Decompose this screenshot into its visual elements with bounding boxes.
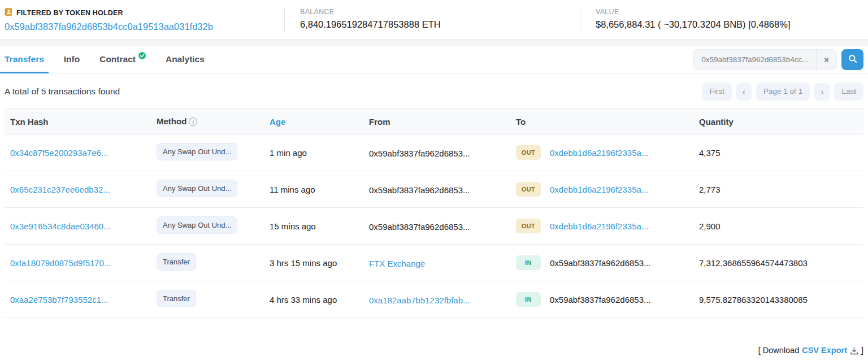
age-value: 3 hrs 15 mins ago — [270, 258, 337, 268]
list-header: A total of 5 transactions found First ‹ … — [0, 73, 868, 108]
contract-verified-icon — [138, 52, 146, 59]
to-address-link[interactable]: 0xdebb1d6a2196f2335a... — [550, 148, 648, 158]
csv-export-footer: [ Download CSV Export ] — [5, 346, 863, 355]
pagination-page-indicator: Page 1 of 1 — [756, 82, 810, 101]
quantity-value: 2,773 — [699, 185, 721, 194]
balance-value: 6,840.196519284717853888 ETH — [300, 19, 581, 30]
tab-info[interactable]: Info — [59, 46, 84, 73]
csv-export-link[interactable]: CSV Export — [802, 346, 847, 355]
tab-analytics[interactable]: Analytics — [161, 46, 209, 73]
tab-transfers-label: Transfers — [5, 54, 44, 64]
method-badge: Any Swap Out Und... — [157, 143, 237, 160]
txn-hash-link[interactable]: 0xaa2e753b7f793552c1... — [10, 295, 108, 305]
tab-analytics-label: Analytics — [166, 54, 205, 64]
pagination-last-button[interactable]: Last — [834, 82, 863, 101]
download-prefix: [ Download — [758, 346, 800, 355]
direction-badge: IN — [516, 292, 541, 307]
value-panel: VALUE $8,656,884.31 ( ~30,170.3204 BNB) … — [581, 7, 868, 32]
method-badge: Any Swap Out Und... — [157, 180, 237, 197]
col-header-txn-hash: Txn Hash — [5, 109, 151, 134]
table-row: 0xfa18079d0875d9f5170... Transfer 3 hrs … — [5, 245, 863, 281]
tab-info-label: Info — [64, 54, 80, 64]
table-header-row: Txn Hash Methodi Age From To Quantity — [5, 109, 863, 134]
table-row: 0xaa2e753b7f793552c1... Transfer 4 hrs 3… — [5, 281, 863, 318]
col-header-from: From — [363, 109, 510, 134]
quantity-value: 2,900 — [699, 221, 721, 231]
pagination-next-button[interactable]: › — [814, 83, 830, 101]
txn-hash-link[interactable]: 0xfa18079d0875d9f5170... — [10, 258, 111, 268]
pagination-first-button[interactable]: First — [702, 82, 732, 101]
balance-label: BALANCE — [300, 8, 581, 16]
txn-hash-link[interactable]: 0x34c87f5e200293a7e6... — [10, 148, 108, 158]
table-row: 0x34c87f5e200293a7e6... Any Swap Out Und… — [5, 134, 863, 171]
filter-panel: FILTERED BY TOKEN HOLDER 0x59abf3837fa96… — [0, 7, 284, 32]
from-address-link[interactable]: FTX Exchange — [369, 258, 425, 268]
search-icon — [848, 54, 857, 65]
table-row: 0x65c231c237ee6edb32... Any Swap Out Und… — [5, 171, 863, 208]
results-summary: A total of 5 transactions found — [5, 86, 120, 97]
method-badge: Transfer — [157, 253, 196, 271]
method-header-label: Method — [157, 116, 186, 126]
quantity-value: 9,575.827863320143380085 — [699, 295, 808, 305]
from-address-link[interactable]: 0xa182aab7b51232fbfab... — [369, 295, 470, 305]
col-header-age[interactable]: Age — [264, 109, 363, 134]
balance-panel: BALANCE 6,840.196519284717853888 ETH — [284, 7, 581, 32]
from-address: 0x59abf3837fa962d6853... — [369, 185, 470, 194]
search-input[interactable] — [694, 50, 816, 69]
tab-bar: Transfers Info Contract Analytics × — [0, 46, 868, 73]
direction-badge: IN — [516, 255, 541, 270]
clear-search-button[interactable]: × — [816, 50, 836, 69]
value-value: $8,656,884.31 ( ~30,170.3204 BNB) [0.486… — [596, 19, 868, 30]
from-address: 0x59abf3837fa962d6853... — [369, 221, 470, 231]
age-value: 15 mins ago — [270, 221, 316, 231]
age-value: 4 hrs 33 mins ago — [270, 295, 337, 305]
quantity-value: 4,375 — [699, 148, 721, 158]
section-divider — [0, 39, 868, 46]
direction-badge: OUT — [516, 145, 541, 160]
search-box: × — [693, 49, 837, 70]
search-button[interactable] — [841, 49, 863, 70]
to-address-link[interactable]: 0xdebb1d6a2196f2335a... — [550, 221, 648, 231]
address-summary-bar: FILTERED BY TOKEN HOLDER 0x59abf3837fa96… — [0, 0, 868, 39]
token-holder-icon — [5, 8, 12, 18]
tab-transfers[interactable]: Transfers — [0, 46, 49, 73]
pagination: First ‹ Page 1 of 1 › Last — [702, 82, 864, 101]
from-address: 0x59abf3837fa962d6853... — [369, 148, 470, 158]
transfers-table: Txn Hash Methodi Age From To Quantity 0x… — [5, 108, 863, 318]
to-address-link[interactable]: 0xdebb1d6a2196f2335a... — [550, 185, 648, 194]
txn-hash-link[interactable]: 0x65c231c237ee6edb32... — [10, 185, 110, 194]
table-row: 0x3e916534c8dae03460... Any Swap Out Und… — [5, 208, 863, 245]
to-address: 0x59abf3837fa962d6853... — [550, 258, 651, 268]
to-address: 0x59abf3837fa962d6853... — [550, 295, 651, 305]
pagination-prev-button[interactable]: ‹ — [736, 83, 752, 101]
txn-hash-link[interactable]: 0x3e916534c8dae03460... — [10, 221, 111, 231]
col-header-quantity: Quantity — [693, 109, 863, 134]
col-header-to: To — [510, 109, 693, 134]
age-value: 1 min ago — [270, 148, 307, 158]
method-info-icon[interactable]: i — [189, 118, 197, 126]
holder-address-link[interactable]: 0x59abf3837fa962d6853b4cc0a19513aa031fd3… — [5, 21, 213, 32]
download-icon[interactable] — [850, 347, 858, 355]
tabs: Transfers Info Contract Analytics — [0, 46, 220, 73]
filter-label: FILTERED BY TOKEN HOLDER — [16, 9, 123, 17]
age-value: 11 mins ago — [270, 185, 315, 194]
method-badge: Any Swap Out Und... — [157, 216, 237, 234]
direction-badge: OUT — [516, 219, 541, 233]
method-badge: Transfer — [157, 290, 196, 307]
quantity-value: 7,312.368655964574473803 — [699, 258, 808, 268]
col-header-method: Methodi — [151, 109, 264, 134]
tab-contract-label: Contract — [99, 54, 136, 64]
direction-badge: OUT — [516, 182, 541, 197]
download-suffix: ] — [861, 346, 863, 355]
search-area: × — [693, 49, 863, 70]
value-label: VALUE — [596, 8, 868, 16]
tab-contract[interactable]: Contract — [95, 46, 150, 73]
